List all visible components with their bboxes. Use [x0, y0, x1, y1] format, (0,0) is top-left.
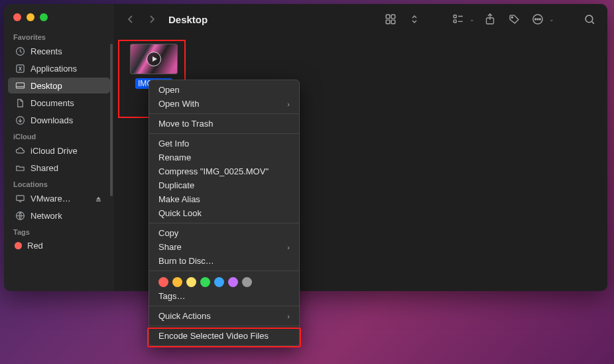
tag-color-purple[interactable]	[228, 277, 238, 287]
shared-folder-icon	[15, 162, 25, 173]
sidebar-item-label: Recents	[31, 46, 62, 56]
view-icons-button[interactable]	[382, 13, 399, 25]
tags-button[interactable]	[505, 14, 522, 25]
menu-tag-colors	[149, 274, 299, 289]
chevron-right-icon: ›	[287, 243, 290, 251]
sidebar-item-network[interactable]: Network	[8, 208, 110, 223]
applications-icon	[15, 63, 25, 74]
desktop-icon	[15, 80, 25, 91]
window-title: Desktop	[168, 14, 208, 25]
sidebar-section-icloud: iCloud	[4, 129, 114, 142]
context-menu: Open Open With› Move to Trash Get Info R…	[149, 80, 300, 346]
chevron-down-icon: ⌄	[469, 16, 475, 23]
sidebar-item-label: Downloads	[31, 115, 73, 125]
share-button[interactable]	[481, 13, 499, 25]
svg-rect-10	[454, 15, 456, 18]
computer-icon	[15, 193, 25, 204]
svg-point-16	[537, 19, 538, 20]
tag-color-green[interactable]	[200, 277, 210, 287]
sidebar-item-label: Shared	[31, 163, 58, 173]
menu-item-rename[interactable]: Rename	[149, 151, 299, 164]
sidebar-item-applications[interactable]: Applications	[8, 60, 110, 76]
tag-dot-icon	[15, 242, 22, 249]
sidebar-item-shared[interactable]: Shared	[8, 160, 110, 176]
sidebar-section-locations: Locations	[4, 176, 114, 190]
close-window-button[interactable]	[13, 13, 21, 21]
tag-color-red[interactable]	[158, 277, 168, 287]
sidebar-section-favorites: Favorites	[4, 29, 114, 42]
eject-icon[interactable]	[93, 193, 103, 204]
search-button[interactable]	[581, 14, 598, 25]
svg-rect-7	[391, 15, 395, 19]
sidebar-item-recents[interactable]: Recents	[8, 43, 110, 59]
back-button[interactable]	[123, 14, 138, 25]
menu-separator	[149, 271, 299, 271]
clock-icon	[15, 46, 25, 56]
menu-item-quick-look[interactable]: Quick Look	[149, 206, 299, 220]
menu-item-open[interactable]: Open	[149, 83, 299, 97]
menu-item-make-alias[interactable]: Make Alias	[149, 192, 299, 206]
chevron-right-icon: ›	[287, 312, 290, 320]
svg-point-13	[511, 17, 513, 18]
svg-point-17	[539, 19, 540, 20]
menu-item-duplicate[interactable]: Duplicate	[149, 178, 299, 192]
menu-item-compress[interactable]: Compress "IMG_0025.MOV"	[149, 164, 299, 178]
menu-item-encode-video[interactable]: Encode Selected Video Files	[149, 329, 299, 343]
menu-separator	[149, 326, 299, 326]
tag-color-orange[interactable]	[172, 277, 182, 287]
menu-item-quick-actions[interactable]: Quick Actions›	[149, 309, 299, 323]
sidebar-item-label: Red	[27, 241, 43, 251]
group-button[interactable]	[450, 13, 467, 25]
svg-point-18	[585, 15, 593, 23]
svg-rect-8	[386, 20, 390, 24]
cloud-icon	[15, 145, 25, 156]
finder-window: Favorites Recents Applications Desktop D…	[4, 4, 607, 291]
sidebar-item-icloud-drive[interactable]: iCloud Drive	[8, 143, 110, 158]
menu-separator	[149, 113, 299, 114]
zoom-window-button[interactable]	[40, 13, 48, 21]
svg-rect-11	[454, 20, 456, 23]
sidebar-item-label: Applications	[31, 64, 77, 74]
toolbar: Desktop ⌄ ⌄	[114, 4, 607, 34]
forward-button[interactable]	[145, 14, 159, 25]
sidebar-item-label: Desktop	[31, 81, 62, 91]
tag-color-blue[interactable]	[214, 277, 224, 287]
menu-item-burn[interactable]: Burn to Disc…	[149, 254, 299, 268]
sidebar-section-tags: Tags	[4, 224, 114, 237]
sidebar-item-label: Network	[31, 211, 62, 221]
scrollbar[interactable]	[110, 44, 113, 196]
menu-item-tags[interactable]: Tags…	[149, 289, 299, 303]
menu-separator	[149, 306, 299, 306]
menu-item-copy[interactable]: Copy	[149, 226, 299, 240]
chevron-right-icon: ›	[287, 100, 290, 108]
play-icon	[147, 52, 161, 66]
sidebar-item-label: iCloud Drive	[31, 146, 78, 156]
action-button[interactable]	[529, 13, 546, 25]
downloads-icon	[15, 115, 25, 125]
menu-item-get-info[interactable]: Get Info	[149, 137, 299, 151]
sidebar: Favorites Recents Applications Desktop D…	[4, 4, 114, 291]
sidebar-item-label: VMware…	[31, 194, 71, 204]
tag-color-yellow[interactable]	[186, 277, 196, 287]
svg-point-15	[535, 19, 536, 20]
video-thumbnail[interactable]	[130, 44, 178, 74]
updown-chevron-icon[interactable]	[406, 15, 423, 24]
menu-item-share[interactable]: Share›	[149, 240, 299, 254]
svg-rect-9	[391, 20, 395, 24]
sidebar-item-vmware[interactable]: VMware…	[8, 190, 110, 206]
svg-rect-2	[16, 82, 24, 88]
sidebar-item-downloads[interactable]: Downloads	[8, 112, 110, 128]
menu-item-trash[interactable]: Move to Trash	[149, 117, 299, 131]
menu-separator	[149, 133, 299, 134]
tag-color-gray[interactable]	[242, 277, 252, 287]
sidebar-item-desktop[interactable]: Desktop	[8, 78, 110, 93]
menu-item-open-with[interactable]: Open With›	[149, 97, 299, 111]
window-controls	[4, 11, 114, 29]
chevron-down-icon: ⌄	[549, 16, 554, 23]
sidebar-item-tag-red[interactable]: Red	[8, 238, 110, 253]
sidebar-item-label: Documents	[31, 98, 74, 108]
network-icon	[15, 210, 25, 221]
minimize-window-button[interactable]	[27, 13, 34, 21]
sidebar-item-documents[interactable]: Documents	[8, 95, 110, 111]
svg-rect-6	[386, 15, 390, 19]
